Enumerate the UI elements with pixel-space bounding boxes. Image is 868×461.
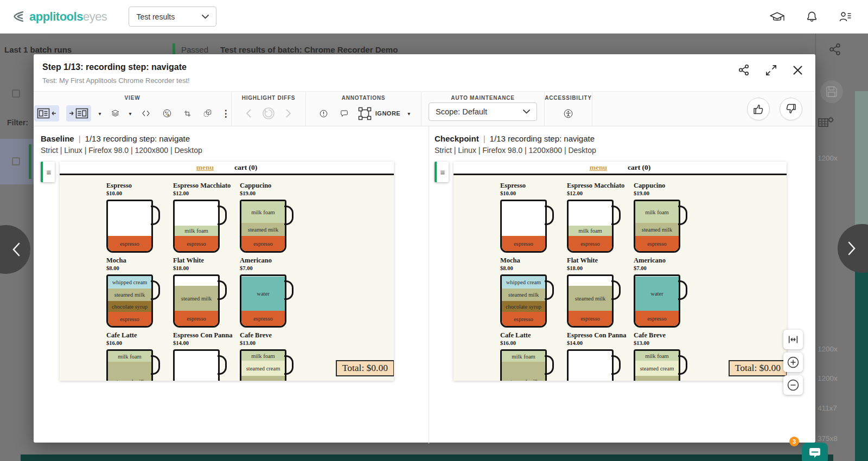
cup-body: milk foamsteamed milk bbox=[500, 349, 547, 381]
thumbs-up-icon bbox=[752, 103, 765, 116]
checkpoint-screenshot[interactable]: menu cart (0) Espresso$10.00espressoEspr… bbox=[454, 162, 787, 381]
applitools-logo[interactable]: applitoolseyes bbox=[13, 10, 107, 24]
fit-to-width-button[interactable] bbox=[783, 330, 803, 349]
scope-select[interactable]: Scope: Default bbox=[429, 103, 537, 121]
checkpoint-status-handle[interactable]: ≡ bbox=[435, 162, 449, 182]
cup-layer-water: water bbox=[635, 277, 679, 311]
batch-header-row: Passed Test results of batch: Chrome Rec… bbox=[173, 43, 398, 55]
menu-item: Mocha$8.00whipped creamsteamed milkchoco… bbox=[500, 257, 567, 327]
coffee-cup: milk foamespresso bbox=[567, 200, 614, 253]
coffee-price: $7.00 bbox=[634, 265, 700, 271]
cup-handle bbox=[284, 206, 293, 225]
app-cart-link: cart (0) bbox=[234, 163, 257, 172]
layers-caret[interactable]: ▾ bbox=[129, 111, 132, 117]
cup-handle bbox=[151, 206, 160, 225]
baseline-screenshot[interactable]: menu cart (0) Espresso$10.00espressoEspr… bbox=[60, 162, 394, 381]
next-diff-icon[interactable] bbox=[284, 108, 292, 119]
total-badge: Total: $0.00 bbox=[336, 360, 394, 376]
filter-label: Filter: bbox=[7, 118, 28, 127]
expand-fullscreen-icon[interactable] bbox=[765, 64, 777, 76]
test-row-checkbox bbox=[12, 157, 20, 165]
cup-layer-water: water bbox=[241, 277, 285, 311]
ignore-region-button[interactable]: IGNORE bbox=[358, 107, 400, 120]
crop-icon[interactable] bbox=[181, 107, 194, 120]
menu-item: Espresso$10.00espresso bbox=[106, 182, 173, 252]
cup-layer-whipped-cream: whipped cream bbox=[108, 276, 151, 289]
cup-layer-steamed-milk: steamed milk bbox=[108, 289, 151, 301]
zoom-in-icon bbox=[787, 356, 800, 369]
accessibility-icon[interactable] bbox=[561, 106, 576, 121]
support-chat-button[interactable] bbox=[802, 443, 828, 461]
learn-icon[interactable] bbox=[769, 10, 785, 23]
coffee-name: Americano bbox=[240, 257, 307, 265]
prev-diff-icon[interactable] bbox=[245, 108, 253, 119]
dom-code-icon[interactable] bbox=[139, 107, 153, 119]
coffee-price: $10.00 bbox=[500, 190, 567, 196]
thumbs-up-button[interactable] bbox=[747, 98, 770, 120]
cup-body: steamed milkespresso bbox=[173, 274, 220, 328]
menu-item: Espresso$10.00espresso bbox=[500, 182, 567, 252]
cup-body: milk foamsteamed milk bbox=[106, 349, 153, 381]
cup-body: milk foamsteamed milkespresso bbox=[240, 200, 286, 253]
show-baseline-button[interactable] bbox=[34, 105, 59, 121]
right-rail-teal bbox=[855, 262, 868, 461]
modal-toolbar: VIEW bbox=[34, 92, 815, 126]
test-results-select-value: Test results bbox=[136, 12, 175, 21]
app-menu-link: menu bbox=[590, 163, 607, 172]
account-menu-icon[interactable] bbox=[839, 10, 852, 23]
zoom-out-button[interactable] bbox=[783, 375, 803, 395]
issue-annotation-icon[interactable] bbox=[317, 107, 330, 120]
coffee-name: Cappucino bbox=[240, 182, 307, 190]
scope-select-value: Scope: Default bbox=[436, 107, 487, 116]
close-icon[interactable] bbox=[792, 65, 803, 76]
step-dimension-label: 411x7 bbox=[818, 404, 837, 412]
ab-compare-icon[interactable]: A B bbox=[160, 106, 174, 120]
cup-body: milk foamespresso bbox=[173, 200, 220, 253]
baseline-status-handle[interactable]: ≡ bbox=[41, 162, 55, 182]
annotations-caret[interactable]: ▾ bbox=[407, 111, 410, 117]
cup-layer-milk-foam: milk foam bbox=[502, 351, 545, 362]
coffee-cup: milk foamsteamed creamsteamed milk bbox=[634, 349, 680, 381]
cup-handle bbox=[545, 355, 554, 375]
app-menu-link: menu bbox=[196, 163, 214, 172]
notifications-bell-icon[interactable] bbox=[806, 10, 818, 23]
toolbar-group-highlight-diffs: HIGHLIGHT DIFFS bbox=[232, 92, 306, 126]
modal-header: Step 1/13: recording step: navigate Test… bbox=[34, 54, 815, 92]
cup-layer-espresso: espresso bbox=[635, 311, 679, 326]
show-checkpoint-button[interactable] bbox=[66, 105, 91, 121]
view-layout-caret[interactable]: ▾ bbox=[98, 111, 101, 117]
cup-layer-steamed-cream: steamed cream bbox=[241, 361, 285, 376]
next-step-button[interactable] bbox=[838, 224, 868, 273]
chevron-down-icon bbox=[202, 15, 209, 19]
menu-grid: Espresso$10.00espressoEspresso Macchiato… bbox=[454, 175, 787, 381]
menu-item: Cappucino$19.00milk foamsteamed milkespr… bbox=[240, 182, 307, 252]
cup-layer-espresso: espresso bbox=[241, 311, 285, 326]
coffee-price: $14.00 bbox=[567, 340, 634, 346]
eye-logo-icon bbox=[13, 11, 26, 23]
coffee-name: Cafe Latte bbox=[500, 331, 567, 340]
cup-layer-whipped-cream: whipped cream bbox=[502, 276, 545, 289]
previous-step-button[interactable] bbox=[0, 225, 30, 274]
layers-icon[interactable] bbox=[108, 107, 122, 120]
cup-handle bbox=[611, 280, 621, 300]
diff-regions-icon[interactable] bbox=[201, 107, 214, 120]
coffee-price: $13.00 bbox=[240, 340, 307, 346]
toolbar-group-annotations: ANNOTATIONS bbox=[306, 92, 422, 126]
coffee-name: Flat White bbox=[567, 257, 634, 265]
cup-handle bbox=[678, 280, 687, 300]
batch-list-title: Last 1 batch runs bbox=[4, 45, 72, 54]
thumbs-down-button[interactable] bbox=[780, 98, 802, 120]
cup-layer-milk-foam: milk foam bbox=[175, 226, 218, 236]
menu-item: Cafe Latte$16.00milk foamsteamed milk bbox=[106, 331, 173, 381]
menu-item: Cappucino$19.00milk foamsteamed milkespr… bbox=[634, 182, 700, 252]
test-results-select[interactable]: Test results bbox=[129, 7, 216, 27]
view-more-kebab-icon[interactable]: ⋮ bbox=[221, 108, 231, 119]
baseline-pane-icon bbox=[37, 107, 56, 119]
baseline-env: Strict | Linux | Firefox 98.0 | 1200x800… bbox=[41, 146, 429, 155]
zoom-in-button[interactable] bbox=[783, 353, 803, 372]
refresh-diffs-icon[interactable] bbox=[261, 106, 276, 120]
comment-annotation-icon[interactable] bbox=[337, 107, 351, 120]
cup-layer-milk-foam: milk foam bbox=[635, 351, 679, 361]
share-icon[interactable] bbox=[737, 63, 750, 76]
group-label-auto: AUTO MAINTENANCE bbox=[422, 95, 544, 101]
